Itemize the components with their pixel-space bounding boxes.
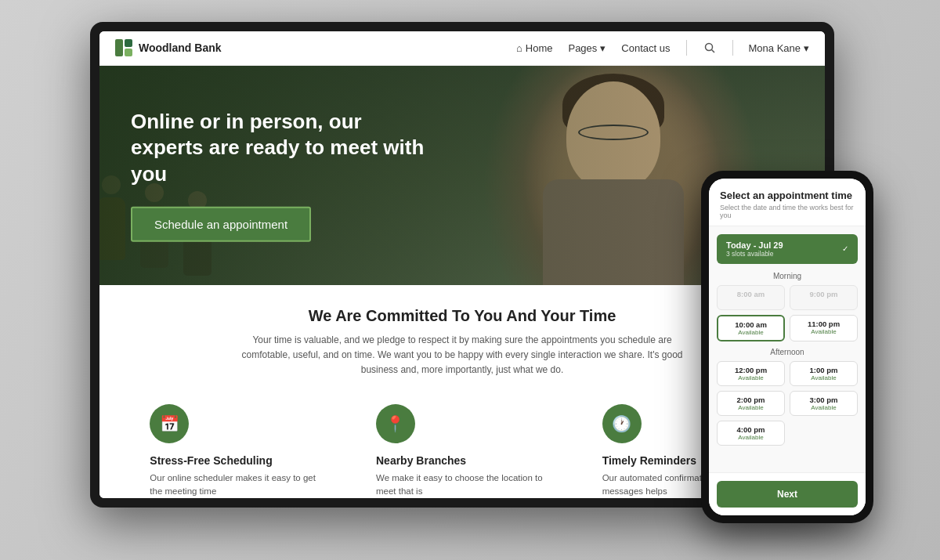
phone-body[interactable]: Today - Jul 29 3 slots available ✓ Morni… (709, 226, 866, 472)
time-value: 8:00 am (724, 290, 778, 298)
morning-time-grid: 8:00 am 9:00 pm 10:00 am Available 11:00… (717, 285, 858, 341)
time-slot-12pm[interactable]: 12:00 pm Available (717, 361, 785, 386)
svg-rect-2 (125, 49, 132, 56)
nav-divider-2 (732, 40, 733, 56)
features-grid: 📅 Stress-Free Scheduling Our online sche… (131, 396, 794, 497)
time-status: Available (724, 404, 778, 411)
reminders-icon: 🕐 (602, 404, 642, 443)
hero-content: Online or in person, our experts are rea… (131, 108, 428, 241)
search-button[interactable] (703, 41, 717, 55)
time-value: 9:00 pm (797, 290, 851, 298)
svg-point-3 (705, 44, 712, 51)
nav-divider (686, 40, 687, 56)
date-chevron-icon: ✓ (842, 244, 848, 253)
time-status: Available (724, 374, 778, 381)
feature-item-branches: 📍 Nearby Branches We make it easy to cho… (376, 404, 548, 497)
time-value: 12:00 pm (724, 366, 778, 374)
time-status: Available (724, 434, 778, 441)
phone-device: Select an appointment time Select the da… (701, 171, 873, 523)
time-slot-9pm[interactable]: 9:00 pm (790, 285, 858, 310)
phone-title: Select an appointment time (720, 190, 855, 201)
user-chevron-icon: ▾ (804, 42, 809, 54)
feature-desc-branches: We make it easy to choose the location t… (376, 471, 548, 497)
slots-available: 3 slots available (726, 250, 783, 258)
time-status: Available (797, 404, 851, 411)
time-slot-3pm[interactable]: 3:00 pm Available (790, 391, 858, 416)
morning-label: Morning (717, 272, 858, 280)
hero-title: Online or in person, our experts are rea… (131, 108, 428, 187)
afternoon-time-grid: 12:00 pm Available 1:00 pm Available 2:0… (717, 361, 858, 446)
chevron-down-icon: ▾ (600, 42, 606, 54)
date-selector[interactable]: Today - Jul 29 3 slots available ✓ (717, 234, 858, 264)
user-name: Mona Kane (749, 42, 801, 54)
laptop-device: Woodland Bank ⌂ Home Pages ▾ Contact us (90, 22, 850, 539)
logo-area: Woodland Bank (115, 39, 222, 56)
feature-desc-scheduling: Our online scheduler makes it easy to ge… (150, 471, 322, 497)
search-icon (704, 42, 715, 53)
time-value: 11:00 pm (797, 320, 851, 328)
time-slot-2pm[interactable]: 2:00 pm Available (717, 391, 785, 416)
time-value: 1:00 pm (797, 366, 851, 374)
svg-rect-0 (115, 39, 123, 56)
section-description: Your time is valuable, and we pledge to … (227, 333, 697, 378)
feature-title-reminders: Timely Reminders (602, 454, 696, 467)
time-status: Available (797, 374, 851, 381)
time-value: 3:00 pm (797, 396, 851, 404)
time-slot-8am[interactable]: 8:00 am (717, 285, 785, 310)
brand-logo-icon (115, 39, 132, 56)
afternoon-label: Afternoon (717, 348, 858, 356)
schedule-appointment-button[interactable]: Schedule an appointment (131, 207, 311, 242)
time-slot-11pm[interactable]: 11:00 pm Available (790, 315, 858, 341)
branches-icon: 📍 (376, 404, 415, 443)
scheduling-icon: 📅 (150, 404, 189, 443)
feature-item-scheduling: 📅 Stress-Free Scheduling Our online sche… (150, 404, 322, 497)
nav-contact[interactable]: Contact us (621, 42, 670, 54)
nav-pages[interactable]: Pages ▾ (568, 42, 606, 54)
phone-screen: Select an appointment time Select the da… (709, 179, 866, 515)
time-slot-1pm[interactable]: 1:00 pm Available (790, 361, 858, 386)
home-icon: ⌂ (516, 42, 522, 54)
nav-home[interactable]: ⌂ Home (516, 42, 553, 54)
time-value: 2:00 pm (724, 396, 778, 404)
next-button-area: Next (709, 472, 866, 515)
next-button[interactable]: Next (717, 481, 858, 508)
user-menu[interactable]: Mona Kane ▾ (749, 42, 810, 54)
time-status: Available (725, 329, 777, 336)
time-status: Available (797, 328, 851, 335)
phone-subtitle: Select the date and time the works best … (720, 204, 855, 219)
phone-header: Select an appointment time Select the da… (709, 179, 866, 226)
navbar: Woodland Bank ⌂ Home Pages ▾ Contact us (99, 31, 825, 66)
svg-rect-1 (125, 39, 132, 47)
date-label: Today - Jul 29 (726, 240, 783, 250)
time-slot-4pm[interactable]: 4:00 pm Available (717, 421, 785, 446)
time-value: 10:00 am (725, 320, 777, 329)
nav-links: ⌂ Home Pages ▾ Contact us (516, 40, 809, 56)
time-status (797, 298, 851, 305)
brand-name: Woodland Bank (139, 42, 222, 54)
time-value: 4:00 pm (724, 425, 778, 434)
section-title: We Are Committed To You And Your Time (131, 307, 794, 325)
time-status (724, 298, 778, 305)
feature-title-scheduling: Stress-Free Scheduling (150, 454, 272, 467)
svg-line-4 (711, 50, 714, 53)
date-info: Today - Jul 29 3 slots available (726, 240, 783, 258)
time-slot-10am[interactable]: 10:00 am Available (717, 315, 785, 341)
feature-title-branches: Nearby Branches (376, 454, 466, 467)
